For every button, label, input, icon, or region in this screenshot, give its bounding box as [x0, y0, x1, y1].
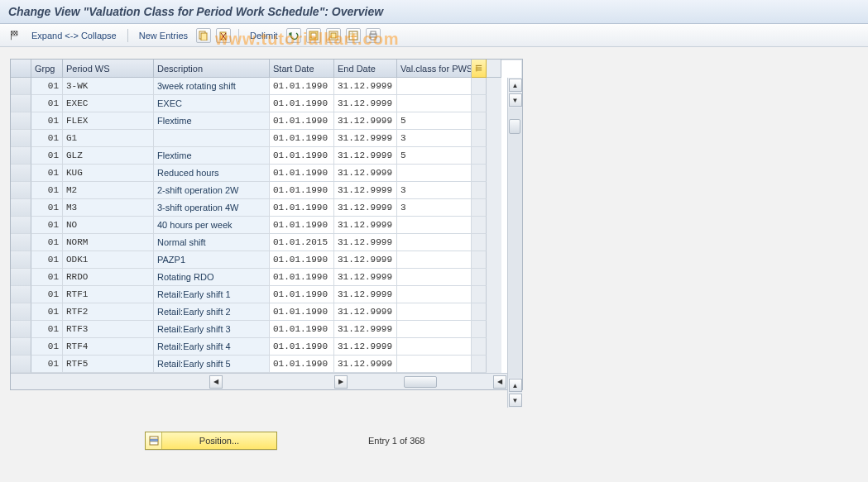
- scroll-up-step-icon[interactable]: ▲: [509, 379, 522, 392]
- cell-start-date[interactable]: 01.01.1990: [270, 78, 334, 95]
- row-selector[interactable]: [11, 356, 31, 373]
- cell-end-date[interactable]: 31.12.9999: [334, 338, 397, 356]
- cell-start-date[interactable]: 01.01.1990: [270, 112, 334, 130]
- vertical-scrollbar[interactable]: ▲ ▼ ▲ ▼: [507, 78, 522, 408]
- cell-end-date[interactable]: 31.12.9999: [334, 286, 397, 303]
- delimit-button[interactable]: Delimit: [247, 29, 281, 42]
- print-icon[interactable]: [366, 28, 381, 43]
- cell-start-date[interactable]: 01.01.1990: [270, 303, 334, 321]
- col-header-period-ws[interactable]: Period WS: [63, 60, 154, 78]
- row-selector[interactable]: [11, 251, 31, 269]
- row-selector[interactable]: [11, 321, 31, 338]
- row-selector[interactable]: [11, 165, 31, 182]
- select-all-icon[interactable]: [306, 28, 321, 43]
- col-header-selector[interactable]: [11, 60, 31, 78]
- scroll-down-step-icon[interactable]: ▼: [509, 93, 522, 107]
- cell-end-date[interactable]: 31.12.9999: [334, 217, 397, 234]
- cell-start-date[interactable]: 01.01.1990: [270, 147, 334, 165]
- cell-start-date[interactable]: 01.01.1990: [270, 95, 334, 112]
- cell-start-date[interactable]: 01.01.1990: [270, 251, 334, 269]
- deselect-all-icon[interactable]: [326, 28, 341, 43]
- cell-start-date[interactable]: 01.01.1990: [270, 165, 334, 182]
- cell-val-class[interactable]: [397, 356, 472, 373]
- hscroll-right-step-icon[interactable]: ▶: [334, 375, 348, 389]
- configure-columns-icon[interactable]: [472, 60, 487, 78]
- cell-end-date[interactable]: 31.12.9999: [334, 251, 397, 269]
- col-header-end-date[interactable]: End Date: [334, 60, 397, 78]
- row-selector[interactable]: [11, 182, 31, 199]
- cell-val-class[interactable]: 3: [397, 182, 472, 199]
- cell-end-date[interactable]: 31.12.9999: [334, 95, 397, 112]
- expand-collapse-button[interactable]: Expand <-> Collapse: [28, 29, 120, 42]
- cell-val-class[interactable]: 5: [397, 112, 472, 130]
- row-selector[interactable]: [11, 112, 31, 130]
- cell-start-date[interactable]: 01.01.1990: [270, 199, 334, 217]
- cell-val-class[interactable]: [397, 95, 472, 112]
- cell-start-date[interactable]: 01.01.1990: [270, 182, 334, 199]
- cell-val-class[interactable]: [397, 269, 472, 286]
- cell-end-date[interactable]: 31.12.9999: [334, 165, 397, 182]
- cell-end-date[interactable]: 31.12.9999: [334, 356, 397, 373]
- row-selector[interactable]: [11, 234, 31, 251]
- cell-val-class[interactable]: 3: [397, 130, 472, 147]
- cell-end-date[interactable]: 31.12.9999: [334, 112, 397, 130]
- scroll-up-icon[interactable]: ▲: [509, 79, 522, 92]
- cell-start-date[interactable]: 01.01.1990: [270, 356, 334, 373]
- cell-val-class[interactable]: [397, 165, 472, 182]
- cell-end-date[interactable]: 31.12.9999: [334, 199, 397, 217]
- cell-val-class[interactable]: [397, 234, 472, 251]
- checkered-flag-icon[interactable]: [7, 28, 23, 43]
- col-header-start-date[interactable]: Start Date: [270, 60, 334, 78]
- col-header-val-class[interactable]: Val.class for PWS: [397, 60, 472, 78]
- cell-end-date[interactable]: 31.12.9999: [334, 147, 397, 165]
- cell-start-date[interactable]: 01.01.1990: [270, 130, 334, 147]
- row-selector[interactable]: [11, 199, 31, 217]
- col-header-grpg[interactable]: Grpg: [31, 60, 63, 78]
- row-selector[interactable]: [11, 147, 31, 165]
- cell-val-class[interactable]: [397, 303, 472, 321]
- copy-icon[interactable]: [196, 28, 211, 43]
- cell-end-date[interactable]: 31.12.9999: [334, 234, 397, 251]
- scroll-track[interactable]: [508, 107, 522, 378]
- col-header-description[interactable]: Description: [154, 60, 270, 78]
- row-selector[interactable]: [11, 130, 31, 147]
- scroll-down-icon[interactable]: ▼: [509, 394, 522, 407]
- cell-start-date[interactable]: 01.01.1990: [270, 321, 334, 338]
- row-selector[interactable]: [11, 338, 31, 356]
- cell-start-date[interactable]: 01.01.2015: [270, 234, 334, 251]
- row-selector[interactable]: [11, 217, 31, 234]
- new-entries-button[interactable]: New Entries: [136, 29, 191, 42]
- cell-val-class[interactable]: [397, 217, 472, 234]
- delete-icon[interactable]: [216, 28, 231, 43]
- row-selector[interactable]: [11, 303, 31, 321]
- cell-start-date[interactable]: 01.01.1990: [270, 269, 334, 286]
- row-selector[interactable]: [11, 269, 31, 286]
- cell-val-class[interactable]: [397, 251, 472, 269]
- cell-end-date[interactable]: 31.12.9999: [334, 130, 397, 147]
- cell-start-date[interactable]: 01.01.1990: [270, 286, 334, 303]
- cell-val-class[interactable]: [397, 321, 472, 338]
- hscroll-thumb[interactable]: [404, 376, 437, 388]
- scroll-thumb[interactable]: [509, 119, 520, 134]
- cell-end-date[interactable]: 31.12.9999: [334, 182, 397, 199]
- undo-icon[interactable]: [286, 28, 301, 43]
- cell-val-class[interactable]: 5: [397, 147, 472, 165]
- row-selector[interactable]: [11, 286, 31, 303]
- cell-val-class[interactable]: [397, 78, 472, 95]
- cell-start-date[interactable]: 01.01.1990: [270, 217, 334, 234]
- position-button[interactable]: Position...: [145, 432, 277, 450]
- cell-end-date[interactable]: 31.12.9999: [334, 269, 397, 286]
- cell-val-class[interactable]: [397, 338, 472, 356]
- table-settings-icon[interactable]: [346, 28, 361, 43]
- hscroll-left-icon[interactable]: ◀: [209, 375, 223, 389]
- row-selector[interactable]: [11, 78, 31, 95]
- cell-end-date[interactable]: 31.12.9999: [334, 321, 397, 338]
- row-selector[interactable]: [11, 95, 31, 112]
- cell-val-class[interactable]: 3: [397, 199, 472, 217]
- cell-end-date[interactable]: 31.12.9999: [334, 78, 397, 95]
- cell-val-class[interactable]: [397, 286, 472, 303]
- horizontal-scrollbar[interactable]: ◀ ▶ ◀ ▶: [11, 373, 522, 389]
- cell-end-date[interactable]: 31.12.9999: [334, 303, 397, 321]
- cell-start-date[interactable]: 01.01.1990: [270, 338, 334, 356]
- hscroll-left-step-icon[interactable]: ◀: [493, 375, 506, 389]
